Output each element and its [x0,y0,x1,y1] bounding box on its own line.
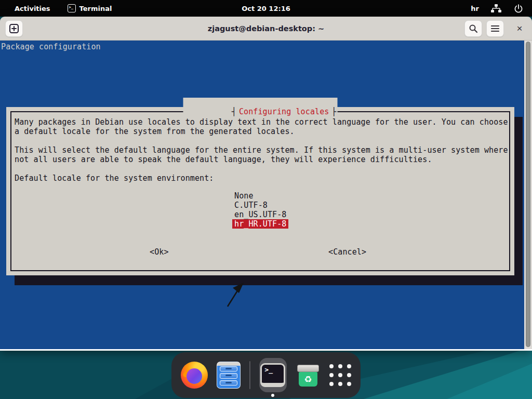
recycle-glyph: ♻ [304,374,312,384]
locale-options: NoneC.UTF-8en_US.UTF-8hr_HR.UTF-8 [232,191,288,229]
menu-button[interactable] [486,20,504,37]
dialog-text-line: not all users are able to speak the defa… [15,155,506,164]
show-applications-icon[interactable] [329,364,351,386]
search-icon [469,24,478,33]
cancel-button[interactable]: <Cancel> [328,247,366,257]
trash-lid [297,365,319,372]
dialog-text-line: This will select the default language fo… [15,145,506,155]
firefox-globe-center [187,368,202,384]
files-cabinet [217,362,241,389]
title-connector-right: ├ [331,107,336,116]
dialog-text: Many packages in Debian use locales to d… [15,117,506,183]
terminal-app-icon: >_ [68,4,76,12]
trash-icon[interactable]: ♻ [296,362,321,389]
new-tab-button[interactable] [5,20,23,37]
keyboard-layout-indicator[interactable]: hr [471,5,479,12]
dialog-text-line [15,164,506,174]
focused-app-menu[interactable]: >_ Terminal [68,4,112,12]
dialog-title-text: Configuring locales [239,107,329,116]
drawer [220,366,237,371]
search-button[interactable] [464,20,482,37]
hamburger-icon [490,24,500,33]
dock: >_ ♻ [171,352,361,398]
dialog-text-line [15,136,506,145]
window-title: zjagust@debian-desktop: ~ [0,24,532,33]
dialog-text-line: Many packages in Debian use locales to d… [15,117,506,127]
running-indicator-dot [271,394,274,397]
configuring-locales-dialog: ┤Configuring locales├ Many packages in D… [6,107,514,275]
terminal-window: zjagust@debian-desktop: ~ × Package conf… [0,17,532,351]
firefox-globe [181,362,208,389]
dialog-text-line: a default locale for the system from the… [15,127,506,136]
ok-button[interactable]: <Ok> [150,247,169,257]
locale-option-None[interactable]: None [232,191,288,201]
terminal-screen[interactable]: Package configuration ┤Configuring local… [0,41,524,349]
focused-app-name: Terminal [79,5,112,12]
trash-body: ♻ [299,372,317,387]
drawer [220,373,237,378]
locale-option-en_US.UTF-8[interactable]: en_US.UTF-8 [232,210,288,219]
close-button[interactable]: × [511,20,528,37]
scrollbar-track[interactable] [524,41,532,349]
title-connector-left: ┤ [232,107,236,116]
dialog-text-line: Default locale for the system environmen… [15,174,506,183]
new-tab-icon [9,23,19,34]
mouse-cursor [223,280,247,310]
power-icon[interactable] [513,3,524,14]
firefox-icon[interactable] [181,362,208,389]
locale-option-hr_HR.UTF-8[interactable]: hr_HR.UTF-8 [232,219,288,229]
files-icon[interactable] [217,362,241,389]
top-bar: Activities >_ Terminal Oct 20 12:16 hr [0,0,532,17]
header-bar: zjagust@debian-desktop: ~ × [0,17,532,41]
debconf-status-line: Package configuration [1,42,101,51]
scrollbar-thumb[interactable] [526,42,530,347]
trash-can: ♻ [296,362,321,389]
terminal-dock-icon[interactable]: >_ [259,358,287,392]
drawer [220,380,237,385]
locale-option-C.UTF-8[interactable]: C.UTF-8 [232,201,288,210]
dock-separator [249,361,250,389]
activities-button[interactable]: Activities [15,5,50,12]
network-wired-icon[interactable] [490,4,502,12]
terminal-icon: >_ [260,363,285,387]
app-grid-dots [329,364,351,386]
